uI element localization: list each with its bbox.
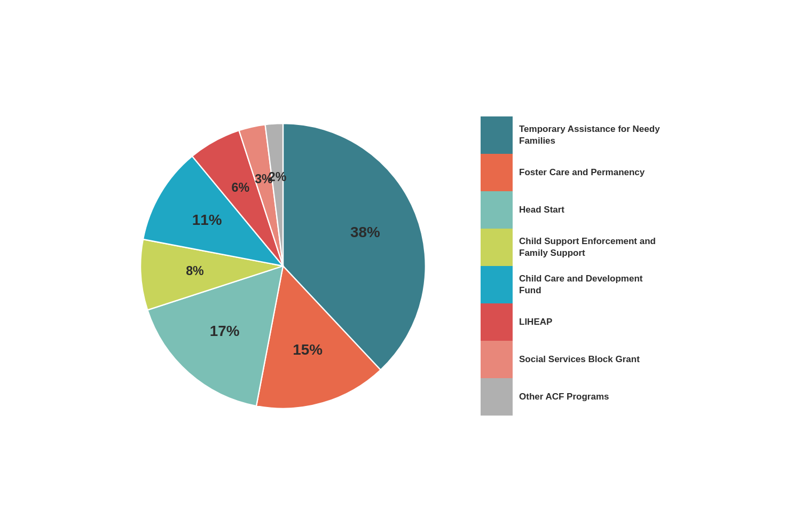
pie-label-csefs: 8% — [186, 264, 204, 278]
legend-color-other — [481, 378, 513, 416]
legend-color-headstart — [481, 191, 513, 229]
legend: Temporary Assistance for Needy FamiliesF… — [481, 116, 673, 416]
legend-label-headstart: Head Start — [513, 191, 571, 229]
legend-item-other: Other ACF Programs — [481, 378, 673, 416]
pie-label-headstart: 17% — [210, 323, 240, 339]
legend-label-csefs: Child Support Enforcement and Family Sup… — [513, 229, 673, 266]
pie-label-foster: 15% — [293, 341, 323, 358]
legend-label-ssbg: Social Services Block Grant — [513, 341, 646, 378]
pie-label-other: 2% — [269, 170, 287, 184]
legend-item-ssbg: Social Services Block Grant — [481, 341, 673, 378]
legend-label-foster: Foster Care and Permanency — [513, 154, 651, 191]
legend-item-headstart: Head Start — [481, 191, 673, 229]
legend-color-csefs — [481, 229, 513, 266]
legend-label-liheap: LIHEAP — [513, 303, 559, 341]
legend-color-foster — [481, 154, 513, 191]
pie-label-ccdf: 11% — [192, 212, 222, 228]
chart-container: 38%15%17%8%11%6%3%2% Temporary Assistanc… — [128, 111, 673, 421]
legend-item-tanf: Temporary Assistance for Needy Families — [481, 116, 673, 154]
pie-chart: 38%15%17%8%11%6%3%2% — [128, 111, 438, 421]
pie-label-liheap: 6% — [232, 181, 250, 194]
legend-label-ccdf: Child Care and Development Fund — [513, 266, 673, 303]
legend-item-csefs: Child Support Enforcement and Family Sup… — [481, 229, 673, 266]
pie-label-tanf: 38% — [350, 224, 380, 240]
legend-item-foster: Foster Care and Permanency — [481, 154, 673, 191]
legend-color-ccdf — [481, 266, 513, 303]
legend-item-liheap: LIHEAP — [481, 303, 673, 341]
legend-color-liheap — [481, 303, 513, 341]
legend-color-tanf — [481, 116, 513, 154]
legend-item-ccdf: Child Care and Development Fund — [481, 266, 673, 303]
legend-color-ssbg — [481, 341, 513, 378]
legend-label-other: Other ACF Programs — [513, 378, 615, 416]
legend-label-tanf: Temporary Assistance for Needy Families — [513, 116, 673, 154]
